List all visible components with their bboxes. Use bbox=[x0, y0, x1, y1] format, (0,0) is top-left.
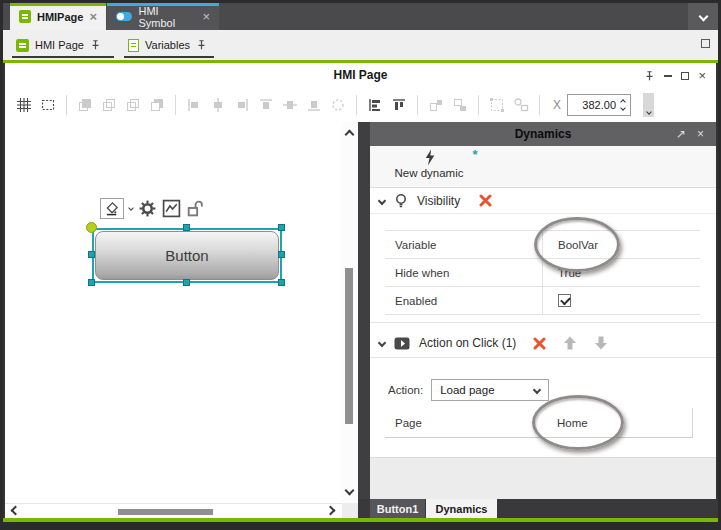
fill-dropdown-icon[interactable] bbox=[128, 205, 134, 211]
window-title: HMI Page bbox=[5, 63, 716, 88]
pin-icon[interactable] bbox=[90, 39, 101, 51]
hmi-page-icon bbox=[19, 10, 31, 23]
property-row-variable[interactable]: Variable BoolVar bbox=[385, 231, 700, 259]
x-coordinate-input[interactable]: 382.00 bbox=[567, 94, 631, 116]
window-frame bbox=[0, 0, 721, 3]
panel-footer bbox=[370, 457, 716, 499]
button-widget-label: Button bbox=[165, 247, 208, 264]
close-icon[interactable]: × bbox=[697, 127, 704, 141]
property-row-enabled[interactable]: Enabled bbox=[385, 287, 700, 315]
scrollbar-corner bbox=[342, 503, 358, 518]
toggle-icon bbox=[116, 12, 132, 21]
restore-pane-icon[interactable] bbox=[701, 39, 710, 48]
tab-dynamics[interactable]: Dynamics bbox=[426, 499, 497, 518]
resize-handle-sw[interactable] bbox=[88, 279, 95, 286]
align-right-icon bbox=[233, 96, 251, 114]
hide-when-value[interactable]: True bbox=[542, 259, 700, 286]
unlock-icon[interactable] bbox=[186, 199, 203, 218]
ungroup-icon bbox=[512, 96, 530, 114]
fill-color-button[interactable] bbox=[100, 198, 124, 219]
resize-handle-n[interactable] bbox=[183, 224, 190, 231]
resize-handle-ne[interactable] bbox=[278, 224, 285, 231]
close-icon[interactable]: × bbox=[89, 10, 97, 23]
action-label: Action: bbox=[388, 384, 423, 396]
window-frame bbox=[0, 522, 721, 530]
minimize-icon[interactable] bbox=[664, 75, 672, 77]
tab-button1[interactable]: Button1 bbox=[370, 499, 425, 518]
resize-handle-se[interactable] bbox=[278, 279, 285, 286]
section-separator bbox=[370, 322, 716, 323]
chevron-down-icon bbox=[533, 386, 541, 394]
resize-handle-e[interactable] bbox=[278, 251, 285, 258]
vertical-scroll-thumb[interactable] bbox=[345, 268, 353, 424]
action-section-header[interactable]: Action on Click (1) bbox=[370, 330, 716, 356]
close-icon[interactable]: × bbox=[698, 69, 706, 82]
match-height-icon bbox=[451, 96, 469, 114]
rotation-origin-handle[interactable] bbox=[86, 222, 97, 233]
dynamics-icon[interactable] bbox=[162, 199, 181, 218]
collapse-icon[interactable] bbox=[378, 339, 386, 347]
action-type-row: Action: Load page bbox=[388, 379, 549, 401]
tool-tab-variables[interactable]: Variables bbox=[124, 34, 211, 56]
tool-tab-underline bbox=[124, 56, 214, 58]
snap-bounds-icon[interactable] bbox=[39, 96, 57, 114]
align-middle-icon bbox=[281, 96, 299, 114]
group-icon bbox=[488, 96, 506, 114]
distribute-horizontal-icon[interactable] bbox=[366, 96, 384, 114]
panel-splitter[interactable] bbox=[358, 122, 370, 499]
page-value[interactable]: Home bbox=[542, 408, 692, 437]
new-star-icon: * bbox=[473, 147, 478, 162]
send-backward-icon bbox=[124, 96, 142, 114]
active-tab-accent bbox=[10, 3, 106, 6]
resize-handle-w[interactable] bbox=[88, 251, 95, 258]
match-width-icon bbox=[427, 96, 445, 114]
tab-button1-label: Button1 bbox=[377, 503, 419, 515]
design-canvas[interactable] bbox=[5, 122, 342, 503]
pin-icon[interactable] bbox=[644, 70, 655, 82]
delete-dynamic-icon[interactable] bbox=[479, 194, 492, 207]
x-coordinate-label: X bbox=[553, 98, 561, 112]
move-up-icon[interactable] bbox=[563, 336, 577, 350]
collapse-icon[interactable] bbox=[378, 196, 386, 204]
new-dynamic-button[interactable]: * New dynamic bbox=[386, 149, 472, 179]
delete-action-icon[interactable] bbox=[533, 337, 546, 350]
tool-tab-underline bbox=[12, 56, 114, 58]
spin-up-icon[interactable] bbox=[620, 99, 626, 105]
spin-down-icon[interactable] bbox=[620, 105, 626, 111]
resize-handle-s[interactable] bbox=[183, 279, 190, 286]
gear-icon[interactable] bbox=[138, 199, 157, 218]
toolbar-overflow-button[interactable] bbox=[643, 93, 654, 117]
paint-bucket-icon bbox=[105, 201, 120, 216]
visibility-section-header[interactable]: Visibility bbox=[370, 188, 716, 214]
pin-icon[interactable] bbox=[196, 39, 207, 51]
align-top-icon bbox=[257, 96, 275, 114]
window-title-bar: HMI Page × bbox=[5, 63, 716, 88]
tab-overflow-button[interactable] bbox=[688, 3, 718, 30]
hmi-page-icon bbox=[16, 39, 29, 52]
property-row-hide-when[interactable]: Hide when True bbox=[385, 259, 700, 287]
grid-icon[interactable] bbox=[15, 96, 33, 114]
horizontal-scroll-thumb[interactable] bbox=[118, 509, 213, 515]
lightning-icon bbox=[423, 149, 436, 166]
enabled-checkbox[interactable] bbox=[558, 294, 571, 307]
visibility-section-title: Visibility bbox=[417, 194, 460, 208]
variable-value[interactable]: BoolVar bbox=[542, 231, 700, 258]
close-icon[interactable]: × bbox=[202, 10, 210, 23]
tab-hmi-symbol[interactable]: HMI Symbol × bbox=[107, 3, 219, 30]
tool-tab-hmi-page[interactable]: HMI Page bbox=[12, 34, 105, 56]
tab-hmipage[interactable]: HMIPage × bbox=[10, 3, 106, 30]
move-down-icon[interactable] bbox=[594, 336, 608, 350]
popout-icon[interactable]: ↗ bbox=[676, 127, 686, 141]
button-widget[interactable]: Button bbox=[95, 231, 279, 280]
distribute-vertical-icon[interactable] bbox=[390, 96, 408, 114]
section-separator bbox=[370, 357, 716, 358]
page-property-row[interactable]: Page Home bbox=[385, 408, 693, 438]
selection-frame[interactable]: Button bbox=[92, 228, 282, 283]
chevron-down-icon bbox=[698, 12, 708, 22]
spinner-arrows[interactable] bbox=[621, 100, 625, 110]
widget-mini-toolbar bbox=[100, 196, 203, 220]
action-select[interactable]: Load page bbox=[431, 379, 549, 401]
align-center-icon bbox=[209, 96, 227, 114]
hmi-editor-app: HMIPage × HMI Symbol × HMI Page Variable… bbox=[0, 0, 721, 530]
maximize-icon[interactable] bbox=[681, 72, 689, 80]
